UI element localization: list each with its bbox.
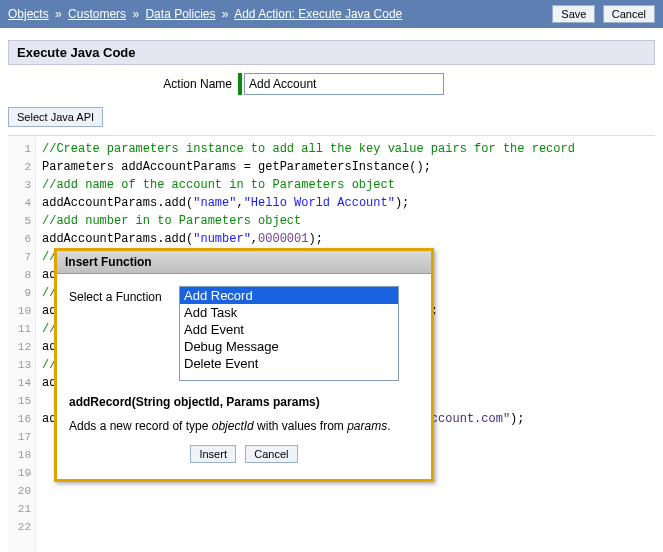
code-line[interactable]: Parameters addAccountParams = getParamet… bbox=[42, 158, 655, 176]
line-number: 22 bbox=[8, 518, 31, 536]
breadcrumb-data-policies[interactable]: Data Policies bbox=[145, 7, 215, 21]
code-line[interactable]: //Create parameters instance to add all … bbox=[42, 140, 655, 158]
line-number: 11 bbox=[8, 320, 31, 338]
line-number: 21 bbox=[8, 500, 31, 518]
function-description: Adds a new record of type objectId with … bbox=[69, 419, 419, 435]
line-number: 7 bbox=[8, 248, 31, 266]
code-editor[interactable]: 12345678910111213141516171819202122 //Cr… bbox=[8, 135, 655, 552]
insert-button[interactable]: Insert bbox=[190, 445, 236, 463]
line-number: 9 bbox=[8, 284, 31, 302]
line-number: 20 bbox=[8, 482, 31, 500]
desc-text: . bbox=[387, 419, 390, 433]
dialog-cancel-button[interactable]: Cancel bbox=[245, 445, 297, 463]
code-line[interactable] bbox=[42, 500, 655, 518]
line-number: 8 bbox=[8, 266, 31, 284]
line-number: 14 bbox=[8, 374, 31, 392]
line-number: 19 bbox=[8, 464, 31, 482]
action-name-label: Action Name bbox=[8, 77, 238, 91]
dialog-buttons: Insert Cancel bbox=[69, 435, 419, 467]
line-number: 18 bbox=[8, 446, 31, 464]
insert-function-dialog: Insert Function Select a Function Add Re… bbox=[54, 248, 434, 482]
action-name-row: Action Name bbox=[8, 65, 655, 103]
desc-params: params bbox=[347, 419, 387, 433]
line-number: 3 bbox=[8, 176, 31, 194]
select-function-label: Select a Function bbox=[69, 286, 179, 304]
line-number: 1 bbox=[8, 140, 31, 158]
top-buttons: Save Cancel bbox=[548, 5, 655, 23]
line-gutter: 12345678910111213141516171819202122 bbox=[8, 136, 36, 552]
line-number: 6 bbox=[8, 230, 31, 248]
breadcrumb-sep: » bbox=[219, 7, 232, 21]
function-option[interactable]: Debug Message bbox=[180, 338, 398, 355]
line-number: 16 bbox=[8, 410, 31, 428]
dialog-body: Select a Function Add RecordAdd TaskAdd … bbox=[57, 274, 431, 479]
desc-text: Adds a new record of type bbox=[69, 419, 212, 433]
desc-text: with values from bbox=[254, 419, 347, 433]
required-marker bbox=[238, 73, 242, 95]
function-option[interactable]: Add Record bbox=[180, 287, 398, 304]
code-line[interactable]: //add name of the account in to Paramete… bbox=[42, 176, 655, 194]
code-line[interactable] bbox=[42, 482, 655, 500]
content-area: Execute Java Code Action Name Select Jav… bbox=[0, 28, 663, 552]
function-option[interactable]: Delete Event bbox=[180, 355, 398, 372]
code-line[interactable]: //add number in to Parameters object bbox=[42, 212, 655, 230]
breadcrumb-customers[interactable]: Customers bbox=[68, 7, 126, 21]
action-name-input[interactable] bbox=[244, 73, 444, 95]
function-option[interactable]: Add Event bbox=[180, 321, 398, 338]
line-number: 17 bbox=[8, 428, 31, 446]
code-line[interactable] bbox=[42, 518, 655, 536]
breadcrumb-sep: » bbox=[52, 7, 65, 21]
function-option[interactable]: Add Task bbox=[180, 304, 398, 321]
line-number: 13 bbox=[8, 356, 31, 374]
code-line[interactable]: addAccountParams.add("name","Hello World… bbox=[42, 194, 655, 212]
top-bar: Objects » Customers » Data Policies » Ad… bbox=[0, 0, 663, 28]
breadcrumb-objects[interactable]: Objects bbox=[8, 7, 49, 21]
select-java-api-button[interactable]: Select Java API bbox=[8, 107, 103, 127]
line-number: 5 bbox=[8, 212, 31, 230]
line-number: 15 bbox=[8, 392, 31, 410]
cancel-button[interactable]: Cancel bbox=[603, 5, 655, 23]
save-button[interactable]: Save bbox=[552, 5, 595, 23]
code-line[interactable]: addAccountParams.add("number",0000001); bbox=[42, 230, 655, 248]
dialog-title: Insert Function bbox=[57, 251, 431, 274]
line-number: 12 bbox=[8, 338, 31, 356]
line-number: 10 bbox=[8, 302, 31, 320]
line-number: 2 bbox=[8, 158, 31, 176]
function-signature: addRecord(String objectId, Params params… bbox=[69, 395, 419, 409]
function-listbox[interactable]: Add RecordAdd TaskAdd EventDebug Message… bbox=[179, 286, 399, 381]
line-number: 4 bbox=[8, 194, 31, 212]
desc-objectid: objectId bbox=[212, 419, 254, 433]
breadcrumb: Objects » Customers » Data Policies » Ad… bbox=[8, 7, 402, 21]
breadcrumb-sep: » bbox=[129, 7, 142, 21]
section-header: Execute Java Code bbox=[8, 40, 655, 65]
breadcrumb-current[interactable]: Add Action: Execute Java Code bbox=[234, 7, 402, 21]
